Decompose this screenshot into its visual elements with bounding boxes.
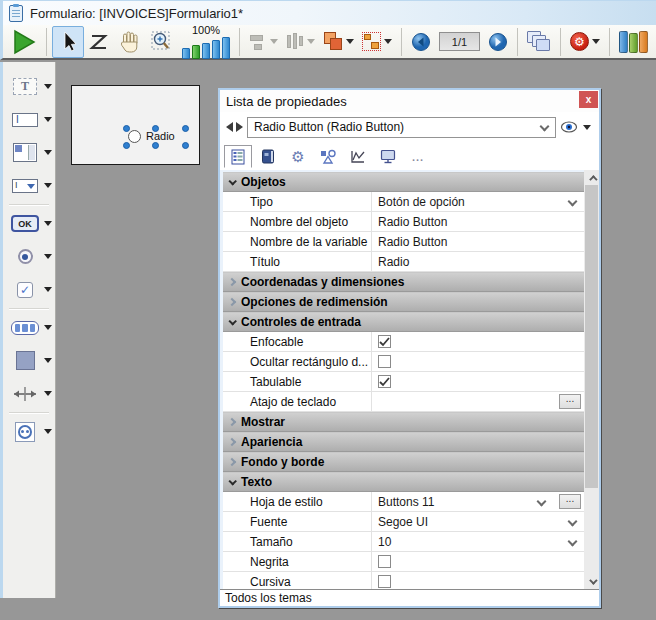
more-tabs-icon: ...: [412, 151, 424, 163]
tool-input-field[interactable]: I: [3, 103, 55, 136]
tab-properties-list[interactable]: [224, 145, 252, 168]
tool-list-box[interactable]: [3, 136, 55, 169]
radio-button-caret[interactable]: [44, 254, 52, 259]
selected-radio-widget[interactable]: Radio: [126, 128, 186, 146]
button-grid-caret[interactable]: [44, 325, 52, 330]
zoom-bar-100-selected[interactable]: [192, 45, 200, 59]
form-page[interactable]: [71, 85, 200, 165]
tab-display[interactable]: [374, 145, 402, 168]
next-page-button[interactable]: [484, 26, 512, 58]
tool-button-grid[interactable]: [3, 311, 55, 344]
selection-handle-top-right[interactable]: [182, 125, 189, 132]
ellipsis-button[interactable]: ...: [559, 494, 581, 509]
tool-splitter[interactable]: [3, 377, 55, 410]
input-field-caret[interactable]: [44, 117, 52, 122]
section-header[interactable]: Coordenadas y dimensiones: [223, 272, 584, 292]
tool-push-button[interactable]: OK: [3, 207, 55, 240]
tab-events[interactable]: [344, 145, 372, 168]
splitter-caret[interactable]: [44, 391, 52, 396]
zoom-bars[interactable]: [182, 37, 230, 59]
section-header[interactable]: Fondo y borde: [223, 452, 584, 472]
combo-box-caret[interactable]: [44, 183, 52, 188]
layering-button[interactable]: [319, 26, 358, 58]
push-button-caret[interactable]: [44, 221, 52, 226]
property-scrollbar[interactable]: [584, 170, 599, 589]
object-selector-dropdown[interactable]: Radio Button (Radio Button): [247, 117, 556, 138]
eye-icon: [560, 121, 578, 133]
tool-radio-button[interactable]: [3, 240, 55, 273]
chevron-down-icon[interactable]: [537, 497, 547, 507]
theme-filter-footer[interactable]: Todos los temas: [220, 589, 599, 606]
section-header[interactable]: Controles de entrada: [223, 312, 584, 332]
selection-tool-button[interactable]: [52, 26, 84, 58]
property-value[interactable]: Segoe UI: [378, 515, 563, 529]
text-tool-caret[interactable]: [44, 84, 52, 89]
section-header[interactable]: Texto: [223, 472, 584, 492]
section-header[interactable]: Objetos: [223, 172, 584, 192]
pan-tool-button[interactable]: [114, 26, 146, 58]
previous-object-icon[interactable]: [226, 122, 233, 132]
scrollbar-track[interactable]: [584, 185, 599, 574]
zoom-level-control[interactable]: 100%: [182, 25, 230, 59]
next-object-icon[interactable]: [236, 122, 243, 132]
zoom-bar-200[interactable]: [202, 43, 210, 59]
next-page-icon: [488, 32, 508, 52]
property-value[interactable]: Radio Button: [378, 215, 584, 229]
list-box-caret[interactable]: [44, 150, 52, 155]
close-button[interactable]: x: [579, 91, 598, 108]
zoom-level-label: 100%: [192, 25, 220, 36]
section-header[interactable]: Apariencia: [223, 432, 584, 452]
scrollbar-thumb[interactable]: [585, 185, 598, 488]
tool-combo-box[interactable]: I: [3, 169, 55, 202]
checkbox-checked[interactable]: [378, 375, 391, 388]
checkbox-caret[interactable]: [44, 287, 52, 292]
tool-plugin-area[interactable]: [3, 415, 55, 448]
property-list-title-bar[interactable]: Lista de propiedades x: [220, 90, 599, 112]
tab-database[interactable]: [254, 145, 282, 168]
library-button[interactable]: [615, 26, 652, 58]
scroll-up-button[interactable]: [584, 170, 599, 185]
scroll-down-button[interactable]: [584, 574, 599, 589]
zoom-bar-400[interactable]: [212, 40, 220, 59]
align-button-disabled[interactable]: [245, 26, 282, 58]
entry-order-tool-button[interactable]: [84, 26, 114, 58]
tab-objects[interactable]: [314, 145, 342, 168]
tool-static-text[interactable]: T: [3, 70, 55, 103]
ellipsis-button[interactable]: ...: [559, 394, 581, 409]
checkbox-unchecked[interactable]: [378, 575, 391, 588]
section-header[interactable]: Mostrar: [223, 412, 584, 432]
checkbox-unchecked[interactable]: [378, 355, 391, 368]
checkbox-checked[interactable]: [378, 335, 391, 348]
group-button[interactable]: [358, 26, 396, 58]
selection-handle-bottom-middle[interactable]: [152, 142, 159, 149]
property-value[interactable]: Buttons 11: [378, 495, 532, 509]
zoom-bar-50[interactable]: [182, 48, 190, 59]
chevron-down-icon[interactable]: [568, 197, 578, 207]
selection-handle-bottom-left[interactable]: [123, 142, 130, 149]
windows-list-button[interactable]: [523, 26, 555, 58]
selection-handle-top-left[interactable]: [123, 125, 130, 132]
property-value[interactable]: Radio: [378, 255, 584, 269]
tab-action[interactable]: ⚙: [284, 145, 312, 168]
selection-handle-bottom-right[interactable]: [182, 142, 189, 149]
previous-page-button[interactable]: [407, 26, 435, 58]
tool-rectangle[interactable]: [3, 344, 55, 377]
property-value[interactable]: Botón de opción: [378, 195, 563, 209]
zoom-tool-button[interactable]: [146, 26, 178, 58]
plugin-area-caret[interactable]: [44, 429, 52, 434]
chevron-down-icon[interactable]: [568, 537, 578, 547]
section-header[interactable]: Opciones de redimensión: [223, 292, 584, 312]
selection-handle-top-middle[interactable]: [152, 125, 159, 132]
tool-checkbox[interactable]: ✓: [3, 273, 55, 306]
property-value[interactable]: 10: [378, 535, 563, 549]
zoom-bar-800[interactable]: [222, 37, 230, 59]
property-value[interactable]: Radio Button: [378, 235, 584, 249]
rectangle-caret[interactable]: [44, 358, 52, 363]
distribute-button-disabled[interactable]: [282, 26, 319, 58]
execute-form-button[interactable]: [7, 26, 41, 58]
view-options-button[interactable]: [560, 121, 593, 133]
tab-more[interactable]: ...: [404, 145, 432, 168]
chevron-down-icon[interactable]: [568, 517, 578, 527]
checkbox-unchecked[interactable]: [378, 555, 391, 568]
settings-button[interactable]: ⚙: [566, 26, 604, 58]
